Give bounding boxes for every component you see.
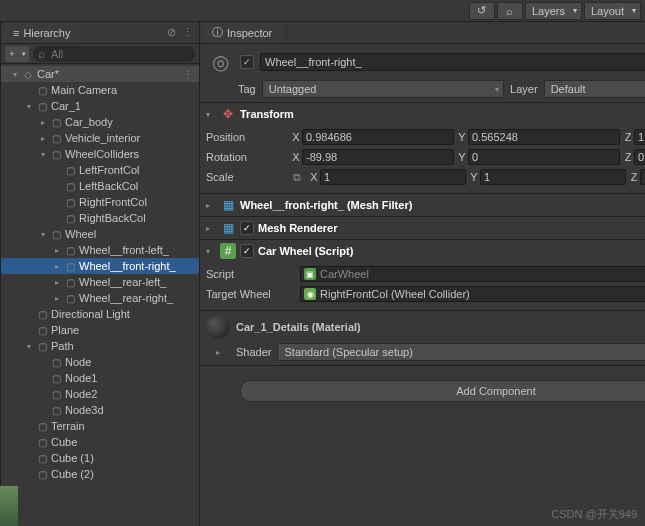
- rotation-x-input[interactable]: [302, 149, 454, 165]
- foldout-icon: ▾: [206, 247, 216, 256]
- tree-row[interactable]: ▸▢Wheel__front-left_: [1, 242, 199, 258]
- hierarchy-tab-label: Hierarchy: [23, 27, 70, 39]
- expand-toggle-icon[interactable]: ▾: [37, 150, 49, 159]
- scale-y-input[interactable]: [480, 169, 626, 185]
- material-preview-icon[interactable]: [206, 315, 230, 339]
- expand-toggle-icon[interactable]: ▸: [51, 246, 63, 255]
- meshrenderer-header[interactable]: ▸ ▦ ✓ Mesh Renderer ?⇄⋮: [200, 217, 645, 239]
- gameobject-icon: ▢: [35, 101, 49, 112]
- scale-link-icon[interactable]: ⧉: [290, 171, 304, 184]
- tree-row[interactable]: ▢Plane: [1, 322, 199, 338]
- meshrenderer-enabled-checkbox[interactable]: ✓: [240, 221, 254, 235]
- expand-toggle-icon[interactable]: ▾: [37, 230, 49, 239]
- gameobject-icon: ▢: [35, 325, 49, 336]
- shader-dropdown[interactable]: Standard (Specular setup): [277, 343, 645, 361]
- carwheel-header[interactable]: ▾ # ✓ Car Wheel (Script) ?⇄⋮: [200, 240, 645, 262]
- rotation-label: Rotation: [206, 151, 286, 163]
- tree-item-label: Car_body: [65, 116, 113, 128]
- scene-menu-icon[interactable]: ⋮: [183, 69, 193, 80]
- gameobject-icon: ▢: [63, 165, 77, 176]
- tree-row[interactable]: ▸▢Wheel__rear-right_: [1, 290, 199, 306]
- search-button[interactable]: ⌕: [497, 2, 523, 20]
- hierarchy-icon: ≡: [13, 27, 19, 39]
- layout-label: Layout: [591, 5, 624, 17]
- create-dropdown[interactable]: +: [5, 46, 29, 62]
- rotation-z-input[interactable]: [634, 149, 645, 165]
- tree-item-label: RightFrontCol: [79, 196, 147, 208]
- expand-toggle-icon[interactable]: ▸: [51, 262, 63, 271]
- active-checkbox[interactable]: ✓: [240, 55, 254, 69]
- tree-row[interactable]: ▾▢Wheel: [1, 226, 199, 242]
- scale-z-input[interactable]: [640, 169, 645, 185]
- expand-toggle-icon[interactable]: ▾: [23, 102, 35, 111]
- targetwheel-reference-field[interactable]: ◉ RightFrontCol (Wheel Collider) ⊙: [300, 286, 645, 302]
- tree-row[interactable]: ▾◇Car*⋮: [1, 66, 199, 82]
- script-label: Script: [206, 268, 296, 280]
- tree-row[interactable]: ▢Node1: [1, 370, 199, 386]
- tree-row[interactable]: ▢RightFrontCol: [1, 194, 199, 210]
- position-x-input[interactable]: [302, 129, 454, 145]
- expand-toggle-icon[interactable]: ▸: [37, 134, 49, 143]
- tree-item-label: Plane: [51, 324, 79, 336]
- tree-row[interactable]: ▢Node: [1, 354, 199, 370]
- panel-lock-icon[interactable]: ⊘: [167, 26, 176, 39]
- layer-label: Layer: [510, 83, 538, 95]
- gameobject-icon[interactable]: ◎: [206, 48, 234, 76]
- gameobject-icon: ▢: [35, 341, 49, 352]
- carwheel-enabled-checkbox[interactable]: ✓: [240, 244, 254, 258]
- expand-toggle-icon[interactable]: ▸: [51, 294, 63, 303]
- panel-menu-icon[interactable]: ⋮: [182, 26, 193, 39]
- tree-row[interactable]: ▢RightBackCol: [1, 210, 199, 226]
- expand-toggle-icon[interactable]: ▸: [51, 278, 63, 287]
- hierarchy-tab[interactable]: ≡ Hierarchy: [3, 23, 81, 43]
- tag-label: Tag: [238, 83, 256, 95]
- tree-row[interactable]: ▾▢Path: [1, 338, 199, 354]
- add-component-button[interactable]: Add Component: [240, 380, 645, 402]
- tree-row[interactable]: ▾▢WheelColliders: [1, 146, 199, 162]
- tree-row[interactable]: ▢Node2: [1, 386, 199, 402]
- foldout-icon: ▾: [206, 110, 216, 119]
- tree-item-label: Car_1: [51, 100, 81, 112]
- object-name-input[interactable]: [260, 53, 645, 71]
- hierarchy-tree[interactable]: ▾◇Car*⋮▢Main Camera▾▢Car_1▸▢Car_body▸▢Ve…: [1, 64, 199, 526]
- position-z-input[interactable]: [634, 129, 645, 145]
- tree-row[interactable]: ▢Cube (1): [1, 450, 199, 466]
- position-label: Position: [206, 131, 286, 143]
- expand-toggle-icon[interactable]: ▾: [23, 342, 35, 351]
- layout-dropdown[interactable]: Layout: [584, 2, 641, 20]
- tree-row[interactable]: ▸▢Car_body: [1, 114, 199, 130]
- layer-dropdown[interactable]: Default: [544, 80, 645, 98]
- unity-icon: ◇: [21, 69, 35, 80]
- transform-title: Transform: [240, 108, 645, 120]
- tag-dropdown[interactable]: Untagged: [262, 80, 504, 98]
- tree-row[interactable]: ▢Terrain: [1, 418, 199, 434]
- tree-row[interactable]: ▸▢Wheel__rear-left_: [1, 274, 199, 290]
- tree-row[interactable]: ▢LeftBackCol: [1, 178, 199, 194]
- watermark: CSDN @开关949: [551, 507, 637, 522]
- tree-row[interactable]: ▾▢Car_1: [1, 98, 199, 114]
- gameobject-icon: ▢: [35, 85, 49, 96]
- expand-toggle-icon[interactable]: ▸: [37, 118, 49, 127]
- rotation-y-input[interactable]: [468, 149, 620, 165]
- foldout-icon[interactable]: ▸: [206, 348, 230, 357]
- position-y-input[interactable]: [468, 129, 620, 145]
- tree-row[interactable]: ▢Node3d: [1, 402, 199, 418]
- inspector-tab[interactable]: ⓘ Inspector: [202, 23, 282, 43]
- tree-row[interactable]: ▢LeftFrontCol: [1, 162, 199, 178]
- tree-row[interactable]: ▢Directional Light: [1, 306, 199, 322]
- tree-row[interactable]: ▸▢Wheel__front-right_: [1, 258, 199, 274]
- layers-dropdown[interactable]: Layers: [525, 2, 582, 20]
- scale-x-input[interactable]: [320, 169, 466, 185]
- tree-row[interactable]: ▢Main Camera: [1, 82, 199, 98]
- tree-row[interactable]: ▢Cube: [1, 434, 199, 450]
- script-icon: #: [220, 243, 236, 259]
- meshrenderer-title: Mesh Renderer: [258, 222, 645, 234]
- hierarchy-search-input[interactable]: [33, 46, 195, 62]
- tree-row[interactable]: ▢Cube (2): [1, 466, 199, 482]
- tree-row[interactable]: ▸▢Vehicle_interior: [1, 130, 199, 146]
- history-button[interactable]: ↺: [469, 2, 495, 20]
- meshfilter-header[interactable]: ▸ ▦ Wheel__front-right_ (Mesh Filter) ?⇄…: [200, 194, 645, 216]
- gameobject-icon: ▢: [49, 229, 63, 240]
- transform-header[interactable]: ▾ ✥ Transform ?⇄⋮: [200, 103, 645, 125]
- expand-toggle-icon[interactable]: ▾: [9, 70, 21, 79]
